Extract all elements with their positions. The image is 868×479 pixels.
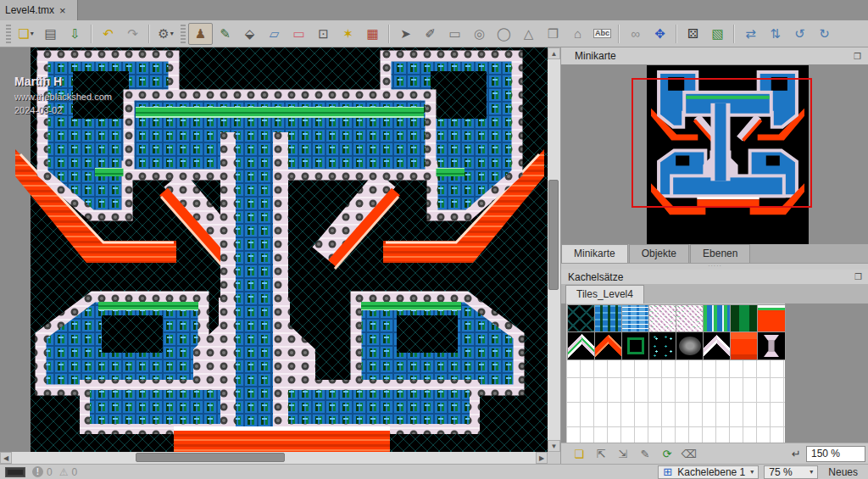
chevron-down-icon: ▾ bbox=[810, 468, 813, 476]
magic-wand-button[interactable]: ✶ bbox=[336, 23, 360, 45]
eraser-button[interactable]: ▭ bbox=[287, 23, 311, 45]
scroll-up-icon[interactable]: ▲ bbox=[548, 47, 560, 59]
save-file-button[interactable]: ⇩ bbox=[63, 23, 87, 45]
flip-vertical-button[interactable]: ⇅ bbox=[763, 23, 787, 45]
insert-point-icon: ◎ bbox=[474, 27, 485, 40]
toolbar-grip bbox=[6, 25, 11, 43]
offset-layers-button[interactable]: ✥ bbox=[648, 23, 672, 45]
tab-level4-tmx[interactable]: Level4.tmx × bbox=[0, 0, 78, 20]
scroll-left-icon[interactable]: ◀ bbox=[0, 452, 12, 464]
insert-text-icon: Abc bbox=[593, 29, 611, 38]
tileset-zoom-input[interactable]: 150 % bbox=[806, 446, 865, 462]
tileset-tile-gbstripes[interactable] bbox=[704, 305, 731, 332]
insert-point-button[interactable]: ◎ bbox=[467, 23, 492, 45]
flip-horizontal-button[interactable]: ⇄ bbox=[738, 23, 763, 45]
open-file-button[interactable]: ▤ bbox=[38, 23, 63, 45]
tileset-tile-osolid[interactable] bbox=[731, 332, 758, 359]
tileset-tile-circuit[interactable] bbox=[595, 305, 622, 332]
new-tileset-button[interactable]: ❏ bbox=[570, 445, 588, 462]
stamp-brush-icon: ♟ bbox=[195, 27, 206, 40]
insert-ellipse-button[interactable]: ◯ bbox=[492, 23, 516, 45]
automap-button[interactable]: ▧ bbox=[705, 23, 730, 45]
random-mode-button[interactable]: ⚄ bbox=[681, 23, 705, 45]
map-horizontal-scrollbar[interactable]: ◀ ▶ bbox=[0, 452, 548, 464]
status-bar: ! 0 ⚠ 0 ⊞ Kachelebene 1 ▾ 75 % ▾ Neues bbox=[0, 464, 868, 479]
tileset-tile-chevmulti[interactable] bbox=[568, 332, 595, 359]
map-view[interactable]: Martin H www.theblackshed.com 2024-03-02 bbox=[0, 47, 548, 452]
execute-command-button[interactable]: ⚙▾ bbox=[153, 23, 178, 45]
insert-tile-button[interactable]: ❒ bbox=[541, 23, 565, 45]
panel-tabbar: MinikarteObjekteEbenen bbox=[561, 244, 868, 264]
tileset-tile-sparse[interactable] bbox=[649, 332, 676, 359]
scroll-down-icon[interactable]: ▼ bbox=[548, 440, 560, 452]
horizontal-scroll-thumb[interactable] bbox=[136, 453, 285, 462]
select-objects-button[interactable]: ➤ bbox=[393, 23, 418, 45]
new-button[interactable]: Neues bbox=[823, 466, 863, 478]
undo-button[interactable]: ↶ bbox=[96, 23, 120, 45]
rotate-left-button[interactable]: ↺ bbox=[787, 23, 812, 45]
tileset-grid[interactable] bbox=[566, 304, 785, 443]
close-icon[interactable]: × bbox=[59, 4, 66, 17]
map-credit-line1: Martin H bbox=[14, 75, 112, 88]
zoom-selector[interactable]: 75 % ▾ bbox=[764, 465, 818, 479]
layer-name: Kachelebene 1 bbox=[677, 466, 745, 478]
stamp-brush-button[interactable]: ♟ bbox=[188, 23, 213, 45]
vertical-scroll-thumb[interactable] bbox=[548, 180, 559, 290]
console-icon[interactable] bbox=[5, 467, 25, 477]
toolbar-separator bbox=[388, 25, 390, 43]
tileset-tile-noise[interactable] bbox=[676, 305, 704, 332]
return-arrow-icon: ↵ bbox=[792, 448, 801, 460]
toolbar-separator bbox=[91, 25, 92, 43]
chevron-down-icon: ▾ bbox=[31, 30, 34, 37]
tileset-tile-bracket[interactable] bbox=[622, 332, 649, 359]
embed-tileset-button[interactable]: ⇱ bbox=[592, 445, 610, 462]
rect-select-button[interactable]: ⊡ bbox=[311, 23, 336, 45]
panel-splitter-handle[interactable]: ····· bbox=[561, 264, 868, 270]
insert-text-button[interactable]: Abc bbox=[590, 23, 615, 45]
tileset-tile-noise[interactable] bbox=[649, 305, 676, 332]
minimap-view[interactable] bbox=[561, 64, 868, 244]
remove-tileset-button[interactable]: ⌫ bbox=[680, 445, 698, 462]
scroll-right-icon[interactable]: ▶ bbox=[536, 452, 548, 464]
edit-tileset-button[interactable]: ✎ bbox=[636, 445, 654, 462]
tab-objekte[interactable]: Objekte bbox=[629, 244, 689, 263]
error-counter[interactable]: ! 0 bbox=[32, 466, 53, 478]
insert-template-button[interactable]: ⌂ bbox=[565, 23, 590, 45]
rotate-right-button[interactable]: ↻ bbox=[812, 23, 837, 45]
tileset-tile-chevpink[interactable] bbox=[704, 332, 731, 359]
reload-tileset-button[interactable]: ⟳ bbox=[658, 445, 676, 462]
shape-fill-button[interactable]: ▱ bbox=[262, 23, 287, 45]
float-panel-icon[interactable]: ❐ bbox=[854, 52, 861, 61]
tileset-tile-pedestal[interactable] bbox=[758, 332, 785, 359]
edit-polygons-icon: ✐ bbox=[425, 27, 436, 40]
find-in-map-button: ∞ bbox=[623, 23, 648, 45]
insert-rectangle-button[interactable]: ▭ bbox=[442, 23, 467, 45]
tileset-tile-xblack[interactable] bbox=[568, 305, 595, 332]
tab-tiles-level4[interactable]: Tiles_Level4 bbox=[565, 285, 644, 304]
toolbar-separator bbox=[148, 25, 150, 43]
same-tile-select-button[interactable]: ▦ bbox=[360, 23, 385, 45]
tab-minikarte[interactable]: Minikarte bbox=[561, 244, 628, 263]
tileset-tile-gcol[interactable] bbox=[731, 305, 758, 332]
layer-selector[interactable]: ⊞ Kachelebene 1 ▾ bbox=[658, 465, 759, 479]
edit-polygons-button[interactable]: ✐ bbox=[418, 23, 442, 45]
minimap-viewport-rect[interactable] bbox=[632, 78, 812, 208]
bucket-fill-button[interactable]: ⬙ bbox=[237, 23, 262, 45]
new-file-button[interactable]: ❏▾ bbox=[14, 23, 38, 45]
tileset-view[interactable] bbox=[561, 304, 868, 443]
warning-counter[interactable]: ⚠ 0 bbox=[59, 466, 77, 478]
insert-polygon-button[interactable]: △ bbox=[516, 23, 541, 45]
map-vertical-scrollbar[interactable]: ▲ ▼ bbox=[548, 47, 560, 452]
error-icon: ! bbox=[32, 466, 43, 477]
tileset-tile-chevorange[interactable] bbox=[595, 332, 622, 359]
export-tileset-button[interactable]: ⇲ bbox=[614, 445, 632, 462]
tileset-tile-chip[interactable] bbox=[622, 305, 649, 332]
tab-title: Level4.tmx bbox=[5, 4, 54, 16]
same-tile-select-icon: ▦ bbox=[366, 27, 378, 40]
terrain-brush-button[interactable]: ✎ bbox=[213, 23, 237, 45]
tileset-tile-ostripe[interactable] bbox=[758, 305, 785, 332]
tileset-tile-eye[interactable] bbox=[676, 332, 704, 359]
tab-ebenen[interactable]: Ebenen bbox=[690, 244, 750, 263]
float-tileset-icon[interactable]: ❐ bbox=[854, 272, 862, 281]
tileset-header: Kachelsätze ❐ bbox=[561, 270, 868, 284]
